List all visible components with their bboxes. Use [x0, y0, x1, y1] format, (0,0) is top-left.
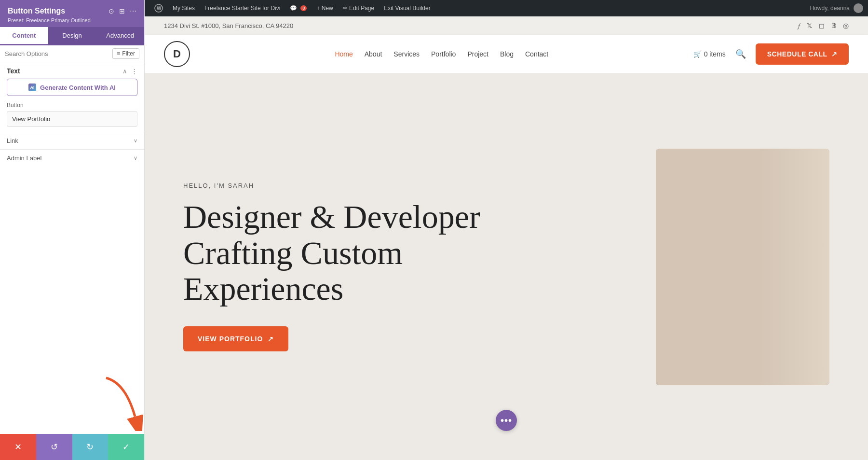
panel-bottom-bar: ✕ ↺ ↻ ✓ — [0, 434, 144, 460]
view-portfolio-button[interactable]: VIEW PORTFOLIO ↗ — [183, 326, 288, 351]
nav-link-blog: Blog — [500, 50, 514, 58]
tab-advanced[interactable]: Advanced — [96, 27, 144, 45]
howdy-text: Howdy, deanna — [810, 5, 850, 12]
exit-vb-label: Exit Visual Builder — [384, 5, 431, 12]
panel-header-icons: ⊙ ⊞ ⋯ — [108, 7, 136, 15]
button-text-input[interactable] — [7, 111, 137, 127]
admin-label-header[interactable]: Admin Label ∨ — [7, 154, 137, 162]
admin-bar-new[interactable]: + New — [312, 0, 338, 16]
nav-right: 🛒 0 items 🔍 SCHEDULE CALL ↗ — [693, 43, 849, 65]
cta-arrow: ↗ — [268, 335, 274, 343]
nav-item-contact[interactable]: Contact — [525, 50, 548, 58]
settings-icon[interactable]: ⊙ — [108, 7, 114, 15]
admin-bar-items: W My Sites Freelance Starter Site for Di… — [149, 0, 810, 16]
svg-point-6 — [735, 173, 788, 221]
svg-rect-7 — [735, 197, 750, 236]
hero-section: HELLO, I'M SARAH Designer & Developer Cr… — [145, 73, 868, 460]
link-section: Link ∨ — [0, 132, 144, 149]
nav-item-about[interactable]: About — [365, 50, 382, 58]
comment-icon: 💬 — [290, 5, 297, 12]
schedule-btn-label: SCHEDULE CALL — [767, 50, 827, 58]
link-chevron-icon: ∨ — [134, 138, 137, 144]
search-input[interactable] — [5, 50, 109, 57]
facebook-icon[interactable]: 𝑓 — [798, 22, 800, 30]
nav-item-portfolio[interactable]: Portfolio — [431, 50, 456, 58]
logo-letter: D — [173, 48, 181, 60]
hero-image-inner — [656, 149, 829, 385]
svg-point-17 — [745, 239, 760, 251]
hero-title-line2: Crafting Custom — [183, 235, 403, 271]
nav-link-contact: Contact — [525, 50, 548, 58]
panel-header: Button Settings ⊙ ⊞ ⋯ Preset: Freelance … — [0, 0, 144, 27]
redo-button[interactable]: ↻ — [72, 434, 108, 460]
cart-count: 0 items — [704, 50, 726, 58]
wp-logo-item[interactable]: W — [149, 0, 168, 16]
ai-generate-button[interactable]: AI Generate Content With AI — [7, 79, 137, 96]
panel-preset-label: Preset: Freelance Primary Outlined — [8, 17, 136, 23]
schedule-call-button[interactable]: SCHEDULE CALL ↗ — [756, 43, 849, 65]
collapse-icon[interactable]: ∧ — [122, 68, 127, 75]
save-icon: ✓ — [122, 442, 130, 452]
admin-label-chevron-icon: ∨ — [134, 155, 137, 161]
admin-label-title: Admin Label — [7, 154, 41, 162]
section-header-text: Text ∧ ⋮ — [7, 67, 137, 75]
nav-item-services[interactable]: Services — [393, 50, 420, 58]
text-section-title: Text — [7, 67, 20, 75]
cancel-button[interactable]: ✕ — [0, 434, 36, 460]
tab-design[interactable]: Design — [48, 27, 96, 45]
admin-bar-exit-vb[interactable]: Exit Visual Builder — [379, 0, 435, 16]
layout-icon[interactable]: ⊞ — [119, 7, 125, 15]
filter-icon: ≡ — [117, 50, 120, 57]
svg-rect-11 — [723, 274, 800, 278]
search-icon[interactable]: 🔍 — [735, 49, 746, 59]
svg-rect-3 — [656, 149, 829, 385]
nav-link-portfolio: Portfolio — [431, 50, 456, 58]
twitter-x-icon[interactable]: 𝕏 — [807, 22, 812, 29]
button-field-group: Button — [7, 102, 137, 127]
nav-link-services: Services — [393, 50, 420, 58]
admin-bar-my-sites[interactable]: My Sites — [168, 0, 200, 16]
hero-title: Designer & Developer Crafting Custom Exp… — [183, 199, 511, 307]
panel-tabs: Content Design Advanced — [0, 27, 144, 45]
svg-rect-9 — [723, 255, 800, 259]
site-logo[interactable]: D — [164, 41, 190, 67]
site-address: 1234 Divi St. #1000, San Francisco, CA 9… — [164, 22, 293, 29]
link-section-header[interactable]: Link ∨ — [7, 137, 137, 144]
main-content: W My Sites Freelance Starter Site for Di… — [145, 0, 868, 460]
admin-bar-site-name[interactable]: Freelance Starter Site for Divi — [200, 0, 285, 16]
wp-admin-bar: W My Sites Freelance Starter Site for Di… — [145, 0, 868, 16]
floating-dots-button[interactable]: ••• — [496, 410, 517, 431]
hero-text-block: HELLO, I'M SARAH Designer & Developer Cr… — [183, 182, 511, 351]
button-field-label: Button — [7, 102, 137, 109]
nav-item-home[interactable]: Home — [335, 50, 353, 58]
svg-rect-13 — [723, 293, 800, 297]
cart-icon: 🛒 — [693, 50, 702, 58]
filter-button[interactable]: ≡ Filter — [112, 48, 139, 59]
undo-button[interactable]: ↺ — [36, 434, 72, 460]
site-top-bar: 1234 Divi St. #1000, San Francisco, CA 9… — [145, 16, 868, 35]
section-more-icon[interactable]: ⋮ — [131, 68, 137, 75]
nav-link-project: Project — [467, 50, 488, 58]
ai-btn-label: Generate Content With AI — [40, 84, 116, 91]
instagram-icon[interactable]: ◻ — [819, 22, 825, 29]
settings-panel: Button Settings ⊙ ⊞ ⋯ Preset: Freelance … — [0, 0, 145, 460]
cta-label: VIEW PORTFOLIO — [198, 335, 263, 343]
svg-rect-19 — [805, 149, 829, 385]
admin-bar-edit-page[interactable]: ✏ Edit Page — [338, 0, 379, 16]
nav-item-blog[interactable]: Blog — [500, 50, 514, 58]
admin-bar-comments[interactable]: 💬 0 — [285, 0, 312, 16]
social-icons-group: 𝑓 𝕏 ◻ 𝔹 ◎ — [798, 22, 849, 30]
svg-point-18 — [748, 240, 752, 244]
site-name-label: Freelance Starter Site for Divi — [204, 5, 280, 12]
dots-icon: ••• — [501, 415, 512, 426]
tab-content[interactable]: Content — [0, 27, 48, 45]
nav-item-project[interactable]: Project — [467, 50, 488, 58]
nav-link-about: About — [365, 50, 382, 58]
nav-link-home: Home — [335, 50, 353, 58]
more-icon[interactable]: ⋯ — [130, 7, 136, 15]
cart-link[interactable]: 🛒 0 items — [693, 50, 726, 58]
save-button[interactable]: ✓ — [108, 434, 144, 460]
dribbble-icon[interactable]: ◎ — [843, 22, 849, 29]
behance-icon[interactable]: 𝔹 — [831, 22, 836, 29]
text-section: Text ∧ ⋮ AI Generate Content With AI But… — [0, 62, 144, 132]
